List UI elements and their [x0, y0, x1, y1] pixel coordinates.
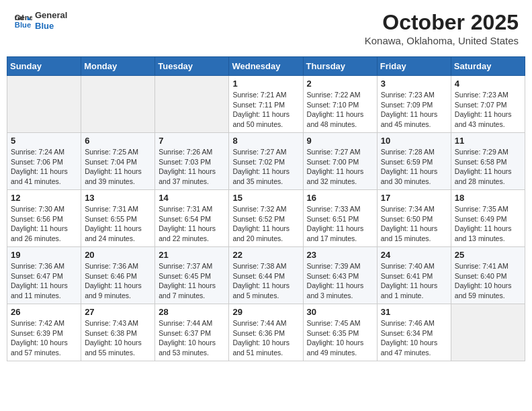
calendar-cell: 24Sunrise: 7:40 AM Sunset: 6:41 PM Dayli… — [377, 247, 451, 304]
calendar-cell: 16Sunrise: 7:33 AM Sunset: 6:51 PM Dayli… — [303, 190, 377, 247]
day-number: 24 — [381, 250, 447, 260]
day-info: Sunrise: 7:22 AM Sunset: 7:10 PM Dayligh… — [307, 90, 373, 130]
day-info: Sunrise: 7:30 AM Sunset: 6:56 PM Dayligh… — [11, 204, 77, 244]
day-number: 5 — [11, 136, 77, 146]
day-header-saturday: Saturday — [451, 57, 525, 76]
day-number: 4 — [455, 79, 521, 89]
day-number: 9 — [307, 136, 373, 146]
day-number: 2 — [307, 79, 373, 89]
day-number: 22 — [232, 250, 299, 260]
title-block: October 2025 Konawa, Oklahoma, United St… — [365, 10, 519, 46]
logo-line1: General — [35, 10, 67, 21]
day-info: Sunrise: 7:32 AM Sunset: 6:52 PM Dayligh… — [232, 204, 299, 244]
calendar-cell: 12Sunrise: 7:30 AM Sunset: 6:56 PM Dayli… — [7, 190, 81, 247]
day-number: 19 — [11, 250, 77, 260]
day-header-monday: Monday — [81, 57, 155, 76]
calendar-cell: 2Sunrise: 7:22 AM Sunset: 7:10 PM Daylig… — [303, 76, 377, 133]
day-info: Sunrise: 7:36 AM Sunset: 6:47 PM Dayligh… — [11, 261, 77, 301]
calendar-cell: 14Sunrise: 7:31 AM Sunset: 6:54 PM Dayli… — [155, 190, 229, 247]
calendar-cell: 3Sunrise: 7:23 AM Sunset: 7:09 PM Daylig… — [377, 76, 451, 133]
calendar-cell: 4Sunrise: 7:23 AM Sunset: 7:07 PM Daylig… — [451, 76, 525, 133]
logo: Gene ral Blue General Blue — [13, 10, 67, 31]
day-number: 30 — [307, 307, 373, 317]
day-info: Sunrise: 7:28 AM Sunset: 6:59 PM Dayligh… — [381, 147, 447, 187]
calendar-cell: 20Sunrise: 7:36 AM Sunset: 6:46 PM Dayli… — [81, 247, 155, 304]
day-info: Sunrise: 7:31 AM Sunset: 6:54 PM Dayligh… — [159, 204, 225, 244]
day-number: 18 — [455, 193, 521, 203]
calendar-cell: 23Sunrise: 7:39 AM Sunset: 6:43 PM Dayli… — [303, 247, 377, 304]
day-info: Sunrise: 7:45 AM Sunset: 6:35 PM Dayligh… — [307, 318, 373, 358]
calendar-cell: 6Sunrise: 7:25 AM Sunset: 7:04 PM Daylig… — [81, 133, 155, 190]
day-number: 10 — [381, 136, 447, 146]
day-number: 31 — [381, 307, 447, 317]
day-header-sunday: Sunday — [7, 57, 81, 76]
page-header: Gene ral Blue General Blue October 2025 … — [7, 7, 525, 50]
day-number: 14 — [159, 193, 225, 203]
calendar-cell: 31Sunrise: 7:46 AM Sunset: 6:34 PM Dayli… — [377, 304, 451, 361]
day-info: Sunrise: 7:44 AM Sunset: 6:36 PM Dayligh… — [232, 318, 299, 358]
day-info: Sunrise: 7:44 AM Sunset: 6:37 PM Dayligh… — [159, 318, 225, 358]
day-number: 11 — [455, 136, 521, 146]
day-info: Sunrise: 7:39 AM Sunset: 6:43 PM Dayligh… — [307, 261, 373, 301]
calendar-cell: 13Sunrise: 7:31 AM Sunset: 6:55 PM Dayli… — [81, 190, 155, 247]
day-info: Sunrise: 7:27 AM Sunset: 7:02 PM Dayligh… — [232, 147, 299, 187]
day-info: Sunrise: 7:33 AM Sunset: 6:51 PM Dayligh… — [307, 204, 373, 244]
day-header-wednesday: Wednesday — [229, 57, 303, 76]
calendar-cell: 25Sunrise: 7:41 AM Sunset: 6:40 PM Dayli… — [451, 247, 525, 304]
day-info: Sunrise: 7:26 AM Sunset: 7:03 PM Dayligh… — [159, 147, 225, 187]
day-number: 26 — [11, 307, 77, 317]
day-number: 15 — [232, 193, 299, 203]
calendar-cell — [81, 76, 155, 133]
calendar-cell: 5Sunrise: 7:24 AM Sunset: 7:06 PM Daylig… — [7, 133, 81, 190]
day-header-friday: Friday — [377, 57, 451, 76]
calendar-cell: 8Sunrise: 7:27 AM Sunset: 7:02 PM Daylig… — [229, 133, 303, 190]
calendar-week-row: 19Sunrise: 7:36 AM Sunset: 6:47 PM Dayli… — [7, 247, 525, 304]
calendar-week-row: 5Sunrise: 7:24 AM Sunset: 7:06 PM Daylig… — [7, 133, 525, 190]
day-number: 3 — [381, 79, 447, 89]
day-number: 6 — [85, 136, 151, 146]
day-info: Sunrise: 7:29 AM Sunset: 6:58 PM Dayligh… — [455, 147, 521, 187]
logo-line2: Blue — [35, 21, 67, 32]
day-number: 29 — [232, 307, 299, 317]
calendar-cell: 19Sunrise: 7:36 AM Sunset: 6:47 PM Dayli… — [7, 247, 81, 304]
day-number: 13 — [85, 193, 151, 203]
day-info: Sunrise: 7:36 AM Sunset: 6:46 PM Dayligh… — [85, 261, 151, 301]
calendar-cell — [451, 304, 525, 361]
day-number: 27 — [85, 307, 151, 317]
day-number: 23 — [307, 250, 373, 260]
day-info: Sunrise: 7:46 AM Sunset: 6:34 PM Dayligh… — [381, 318, 447, 358]
day-info: Sunrise: 7:31 AM Sunset: 6:55 PM Dayligh… — [85, 204, 151, 244]
day-info: Sunrise: 7:37 AM Sunset: 6:45 PM Dayligh… — [159, 261, 225, 301]
day-info: Sunrise: 7:25 AM Sunset: 7:04 PM Dayligh… — [85, 147, 151, 187]
day-number: 28 — [159, 307, 225, 317]
calendar-cell: 1Sunrise: 7:21 AM Sunset: 7:11 PM Daylig… — [229, 76, 303, 133]
day-number: 16 — [307, 193, 373, 203]
day-info: Sunrise: 7:35 AM Sunset: 6:49 PM Dayligh… — [455, 204, 521, 244]
svg-text:Blue: Blue — [15, 21, 31, 29]
day-info: Sunrise: 7:34 AM Sunset: 6:50 PM Dayligh… — [381, 204, 447, 244]
day-info: Sunrise: 7:41 AM Sunset: 6:40 PM Dayligh… — [455, 261, 521, 301]
calendar-cell: 27Sunrise: 7:43 AM Sunset: 6:38 PM Dayli… — [81, 304, 155, 361]
calendar-cell: 9Sunrise: 7:27 AM Sunset: 7:00 PM Daylig… — [303, 133, 377, 190]
day-number: 21 — [159, 250, 225, 260]
calendar-cell — [155, 76, 229, 133]
day-number: 25 — [455, 250, 521, 260]
day-info: Sunrise: 7:40 AM Sunset: 6:41 PM Dayligh… — [381, 261, 447, 301]
day-header-tuesday: Tuesday — [155, 57, 229, 76]
day-number: 1 — [232, 79, 299, 89]
calendar-cell: 7Sunrise: 7:26 AM Sunset: 7:03 PM Daylig… — [155, 133, 229, 190]
calendar-cell: 10Sunrise: 7:28 AM Sunset: 6:59 PM Dayli… — [377, 133, 451, 190]
logo-icon: Gene ral Blue — [13, 11, 32, 30]
calendar-week-row: 1Sunrise: 7:21 AM Sunset: 7:11 PM Daylig… — [7, 76, 525, 133]
calendar-header-row: SundayMondayTuesdayWednesdayThursdayFrid… — [7, 57, 525, 76]
main-title: October 2025 — [365, 10, 519, 35]
day-info: Sunrise: 7:42 AM Sunset: 6:39 PM Dayligh… — [11, 318, 77, 358]
calendar-cell: 17Sunrise: 7:34 AM Sunset: 6:50 PM Dayli… — [377, 190, 451, 247]
day-number: 7 — [159, 136, 225, 146]
calendar-table: SundayMondayTuesdayWednesdayThursdayFrid… — [7, 56, 525, 361]
day-number: 17 — [381, 193, 447, 203]
day-number: 12 — [11, 193, 77, 203]
day-header-thursday: Thursday — [303, 57, 377, 76]
day-info: Sunrise: 7:24 AM Sunset: 7:06 PM Dayligh… — [11, 147, 77, 187]
calendar-cell: 26Sunrise: 7:42 AM Sunset: 6:39 PM Dayli… — [7, 304, 81, 361]
